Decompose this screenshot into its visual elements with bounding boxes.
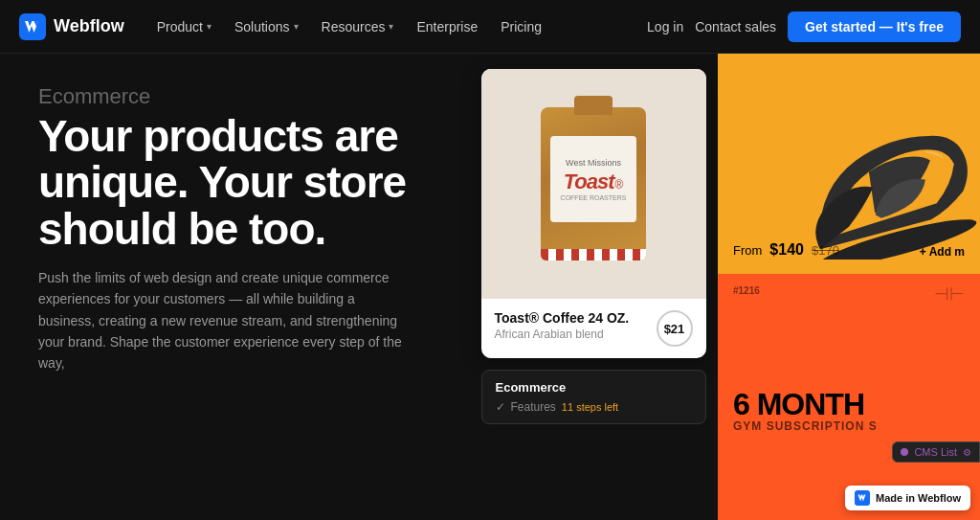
nav-item-resources[interactable]: Resources ▾ [312,13,404,40]
hero-title: Your products are unique. Your store sho… [38,113,431,252]
product-card: West Missions Toast ® COFFEE ROASTERS To… [481,69,706,358]
product-subtitle: African Arabian blend [495,328,630,341]
logo[interactable]: Webflow [19,13,124,40]
ecommerce-title: Ecommerce [496,380,692,395]
hero-tag: Ecommerce [38,84,431,109]
hero-section: Ecommerce Your products are unique. Your… [0,54,469,520]
coffee-bag-illustration: West Missions Toast ® COFFEE ROASTERS [541,107,646,260]
feature-label: Features [511,400,556,414]
login-link[interactable]: Log in [647,19,683,34]
webflow-badge-label: Made in Webflow [876,492,961,504]
product-info: Toast® Coffee 24 OZ. African Arabian ble… [481,299,706,358]
ecommerce-panel: Ecommerce ✓ Features 11 steps left [481,370,706,424]
shoe-price-area: From $140 $170 [733,241,839,259]
cms-settings-icon: ⚙ [963,447,971,458]
coffee-label: West Missions Toast ® COFFEE ROASTERS [550,136,636,222]
shoe-price: $140 [769,241,804,259]
ecommerce-feature-item: ✓ Features 11 steps left [496,400,692,414]
gym-card: #1216 ⊣⊢ 6 MONTH GYM SUBSCRIPTION S [718,274,980,520]
cms-dot-icon [901,448,908,456]
navbar: Webflow Product ▾ Solutions ▾ Resources … [0,0,980,54]
barbell-icon: ⊣⊢ [934,283,965,305]
product-name: Toast® Coffee 24 OZ. [495,310,630,326]
made-in-webflow-badge[interactable]: Made in Webflow [845,486,970,510]
right-panel: From $140 $170 + Add m #1216 ⊣⊢ 6 MONTH … [718,54,980,520]
gym-months: 6 MONTH [733,389,878,419]
steps-left-badge: 11 steps left [562,401,618,413]
webflow-mini-logo [855,490,870,506]
shoe-add-button[interactable]: + Add m [920,245,965,259]
main-content: Ecommerce Your products are unique. Your… [0,54,980,520]
chevron-down-icon: ▾ [294,21,299,32]
nav-item-pricing[interactable]: Pricing [491,13,551,40]
nav-item-solutions[interactable]: Solutions ▾ [225,13,308,40]
coffee-strip [541,249,646,260]
gym-subtitle: GYM SUBSCRIPTION S [733,419,878,433]
nav-right: Log in Contact sales Get started — It's … [647,11,961,42]
logo-text: Webflow [54,16,124,36]
gym-id: #1216 [733,285,760,296]
contact-sales-link[interactable]: Contact sales [695,19,776,34]
chevron-down-icon: ▾ [207,21,212,32]
check-icon: ✓ [496,400,505,414]
product-price-button[interactable]: $21 [657,310,693,347]
shoe-svg [769,68,980,260]
hero-description: Push the limits of web design and create… [38,267,402,374]
shoe-card: From $140 $170 + Add m [718,54,980,274]
nav-item-enterprise[interactable]: Enterprise [407,13,487,40]
get-started-button[interactable]: Get started — It's free [788,11,961,42]
shoe-old-price: $170 [812,243,839,258]
product-image: West Missions Toast ® COFFEE ROASTERS [481,69,706,299]
shoe-from-label: From [733,243,762,258]
nav-item-product[interactable]: Product ▾ [147,13,221,40]
nav-items: Product ▾ Solutions ▾ Resources ▾ Enterp… [147,13,639,40]
cms-list-badge: CMS List ⚙ [892,441,980,463]
chevron-down-icon: ▾ [389,21,393,32]
webflow-logo-icon [19,13,46,40]
cms-label: CMS List [914,446,957,458]
center-panel: West Missions Toast ® COFFEE ROASTERS To… [469,54,718,520]
